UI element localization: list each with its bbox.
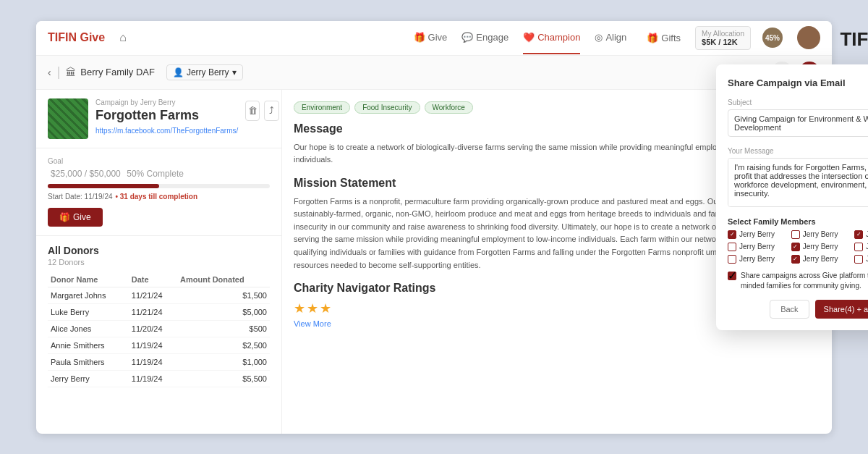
back-button[interactable]: Back [770, 300, 809, 319]
donor-date: 11/19/24 [129, 353, 177, 370]
home-icon[interactable]: ⌂ [119, 31, 127, 44]
donor-date: 11/19/24 [129, 337, 177, 353]
campaign-url[interactable]: https://m.facebook.com/TheForgottenFarms… [95, 127, 238, 135]
allocation-percent: 45% [762, 28, 783, 48]
delete-button[interactable]: 🗑 [245, 101, 260, 121]
family-member-name: Jerry Berry [803, 243, 838, 251]
modal-header: Share Campaign via Email ✕ [728, 76, 868, 90]
donors-section: All Donors 12 Donors Donor Name Date Amo… [36, 236, 281, 396]
main-app-window: TIFIN Give ⌂ 🎁 Give 💬 Engage ❤️ Champion [36, 21, 832, 434]
donors-count: 12 Donors [48, 258, 270, 266]
back-button[interactable]: ‹ [48, 67, 51, 78]
champion-icon: ❤️ [523, 32, 535, 43]
email-modal: Share Campaign via Email ✕ Subject Givin… [716, 64, 868, 330]
table-row: Alice Jones 11/20/24 $500 [48, 320, 270, 337]
family-checkbox[interactable] [728, 243, 736, 251]
user-avatar[interactable] [797, 26, 820, 49]
table-row: Luke Berry 11/21/24 $5,000 [48, 303, 270, 320]
tab-give[interactable]: 🎁 Give [414, 22, 448, 54]
donor-date: 11/21/24 [129, 303, 177, 320]
family-member-4[interactable]: ✓ Jerry Berry [791, 243, 851, 251]
share-button[interactable]: Share(4) + across Give [815, 300, 868, 319]
goal-dates: Start Date: 11/19/24 • 31 days till comp… [48, 193, 270, 201]
donor-date: 11/19/24 [129, 370, 177, 387]
family-member-3[interactable]: Jerry Berry [728, 243, 788, 251]
family-checkbox[interactable]: ✓ [791, 255, 800, 264]
subject-label: Subject [728, 98, 868, 106]
nav-gifts[interactable]: 🎁 Gifts [647, 33, 681, 43]
star-icon: ★ [320, 300, 331, 316]
person-selector[interactable]: 👤 Jerry Berry ▾ [166, 64, 243, 80]
nav-tabs: 🎁 Give 💬 Engage ❤️ Champion ◎ Align [414, 22, 627, 54]
give-button[interactable]: 🎁 Give [48, 208, 103, 227]
star-icon: ★ [307, 300, 318, 316]
give-icon: 🎁 [414, 32, 425, 43]
donor-name: Luke Berry [48, 303, 129, 320]
family-checkbox[interactable] [728, 255, 736, 264]
family-member-name: Jerry Berry [803, 255, 838, 263]
daf-selector: 🏛 Berry Family DAF [66, 67, 155, 78]
family-checkbox[interactable] [854, 255, 863, 264]
col-amount: Amount Donated [177, 272, 270, 287]
tag: Environment [294, 101, 350, 114]
campaign-actions: 🗑 ⤴ ✓ Complete Campaign [245, 98, 282, 123]
family-member-8[interactable]: Jerry Berry [854, 255, 868, 264]
family-member-5[interactable]: Jerry Berry [854, 243, 868, 251]
family-members-grid: ✓ Jerry Berry Jerry Berry ✓ Jerry Berry … [728, 230, 868, 264]
gifts-icon: 🎁 [647, 33, 658, 43]
col-name: Donor Name [48, 272, 129, 287]
share-platform-checkbox[interactable]: ✓ [728, 272, 736, 280]
donor-name: Paula Smithers [48, 353, 129, 370]
engage-icon: 💬 [461, 32, 473, 43]
goal-label: Goal [48, 157, 270, 165]
family-checkbox[interactable]: ✓ [854, 230, 863, 239]
share-platform-option: ✓ Share campaigns across Give platform t… [728, 271, 868, 291]
family-member-1[interactable]: Jerry Berry [791, 230, 851, 239]
donor-name: Annie Smithers [48, 337, 129, 353]
allocation-box: My Allocation $5K / 12K [695, 26, 751, 50]
table-row: Jerry Berry 11/19/24 $5,500 [48, 370, 270, 387]
sub-nav: ‹ | 🏛 Berry Family DAF 👤 Jerry Berry ▾ 🛡… [36, 56, 832, 90]
tab-align[interactable]: ◎ Align [595, 22, 626, 54]
tab-engage[interactable]: 💬 Engage [461, 22, 509, 54]
col-date: Date [129, 272, 177, 287]
modal-title: Share Campaign via Email [728, 77, 846, 88]
donors-table: Donor Name Date Amount Donated Margaret … [48, 272, 270, 387]
family-member-7[interactable]: ✓ Jerry Berry [791, 255, 851, 264]
donor-amount: $1,500 [177, 287, 270, 303]
donor-name: Alice Jones [48, 320, 129, 337]
modal-footer: Back Share(4) + across Give [728, 300, 868, 319]
goal-section: Goal $25,000 / $50,000 50% Complete Star… [36, 148, 281, 236]
message-label: Your Message [728, 147, 868, 155]
tab-champion[interactable]: ❤️ Champion [523, 22, 580, 54]
tifin-corner-logo: TIFIN Give [840, 28, 868, 51]
donor-name: Margaret Johns [48, 287, 129, 303]
days-left: • 31 days till completion [116, 193, 198, 201]
subject-input[interactable]: Giving Campaign for Environment & Workfo… [728, 109, 868, 137]
campaign-info: Campaign by Jerry Berry Forgotten Farms … [95, 98, 238, 136]
progress-bar-container [48, 184, 270, 188]
progress-bar [48, 184, 159, 188]
family-checkbox[interactable]: ✓ [728, 230, 736, 239]
tag: Food Insecurity [354, 101, 420, 114]
family-member-name: Jerry Berry [739, 255, 775, 263]
campaign-by: Campaign by Jerry Berry [95, 98, 238, 106]
family-checkbox[interactable] [854, 243, 863, 251]
campaign-image [48, 98, 88, 139]
family-member-name: Jerry Berry [803, 230, 838, 238]
family-member-2[interactable]: ✓ Jerry Berry [854, 230, 868, 239]
person-icon: 👤 [173, 67, 184, 77]
donor-date: 11/21/24 [129, 287, 177, 303]
family-checkbox[interactable]: ✓ [791, 243, 800, 251]
message-input[interactable] [728, 158, 868, 207]
donor-amount: $5,000 [177, 303, 270, 320]
chevron-down-icon: ▾ [232, 67, 237, 77]
content-area: Campaign by Jerry Berry Forgotten Farms … [36, 90, 832, 434]
family-member-0[interactable]: ✓ Jerry Berry [728, 230, 788, 239]
family-member-6[interactable]: Jerry Berry [728, 255, 788, 264]
family-member-name: Jerry Berry [739, 230, 775, 238]
share-button[interactable]: ⤴ [264, 101, 278, 121]
family-checkbox[interactable] [791, 230, 800, 239]
select-family-label: Select Family Members [728, 217, 816, 226]
left-panel: Campaign by Jerry Berry Forgotten Farms … [36, 90, 282, 434]
